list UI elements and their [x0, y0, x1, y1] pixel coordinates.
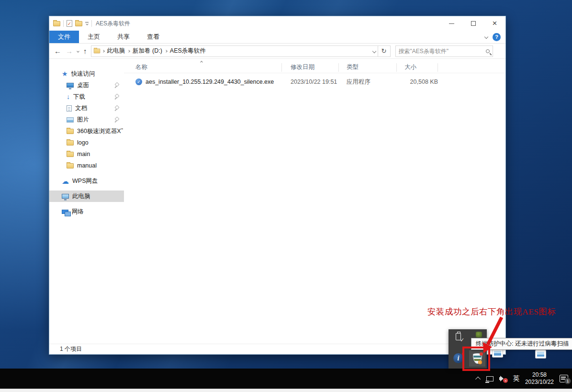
network-tray-icon[interactable]: [486, 376, 493, 381]
cloud-icon: ☁: [62, 178, 69, 185]
pictures-icon: [67, 117, 74, 123]
volume-muted-icon[interactable]: ×: [499, 375, 507, 382]
file-name: aes_installer_10.255.129.249_4430_silenc…: [146, 78, 274, 85]
annotation-arrow: [477, 315, 506, 359]
window-title: AES杀毒软件: [96, 20, 130, 28]
breadcrumb-arrow-icon: [165, 50, 168, 53]
screen-bottom-strip: [0, 389, 572, 392]
column-header-name[interactable]: 名称: [124, 63, 282, 72]
pin-icon: [113, 82, 119, 88]
separator: [63, 20, 64, 27]
column-header-date[interactable]: 修改日期: [282, 63, 339, 72]
new-folder-icon[interactable]: [75, 21, 82, 26]
sidebar-item-quick-access[interactable]: ★ 快速访问: [49, 68, 124, 79]
customize-qat-button[interactable]: [85, 22, 89, 25]
ribbon-tabs: 文件 主页 共享 查看 ?: [49, 31, 505, 44]
file-size: 20,508 KB: [397, 78, 438, 85]
clock[interactable]: 20:58 2023/10/22: [525, 371, 554, 386]
quick-access-toolbar: ✓: [49, 20, 92, 27]
recent-locations-icon[interactable]: [77, 50, 79, 53]
sidebar-item-this-pc[interactable]: 此电脑: [49, 190, 124, 202]
file-row[interactable]: ✓ aes_installer_10.255.129.249_4430_sile…: [124, 76, 505, 88]
breadcrumb-drive-d[interactable]: 新加卷 (D:): [133, 47, 162, 55]
clock-time: 20:58: [525, 371, 554, 379]
explorer-window: ✓ AES杀毒软件 × 文件 主页 共享 查看 ?: [49, 16, 506, 355]
info-tray-icon[interactable]: i: [453, 353, 463, 363]
chevron-down-icon: [86, 22, 89, 25]
folder-icon: [93, 49, 100, 54]
folder-icon: [67, 129, 74, 134]
search-icon[interactable]: [486, 49, 490, 53]
file-date: 2023/10/22 19:51: [282, 78, 339, 85]
column-headers: 名称 修改日期 类型 大小: [124, 62, 505, 73]
back-button[interactable]: ←: [54, 47, 61, 55]
sidebar-item-logo[interactable]: logo: [49, 137, 124, 148]
file-type: 应用程序: [339, 78, 397, 86]
ribbon-collapse-icon[interactable]: [484, 35, 488, 39]
forward-button[interactable]: →: [66, 47, 73, 55]
sidebar-item-pictures[interactable]: 图片: [49, 114, 124, 125]
column-header-type[interactable]: 类型: [339, 63, 397, 72]
file-list-pane: 名称 修改日期 类型 大小 ✓ aes_installer_10.255.129…: [124, 59, 505, 344]
sidebar-item-network[interactable]: 网络: [49, 206, 124, 217]
computer-icon: [62, 194, 69, 199]
installer-shield-icon: ✓: [135, 78, 142, 85]
network-icon: [62, 210, 68, 214]
pin-icon: [113, 105, 119, 111]
sidebar-item-desktop[interactable]: 桌面: [49, 79, 124, 91]
search-box[interactable]: [395, 45, 493, 57]
desktop-wallpaper: ✓ AES杀毒软件 × 文件 主页 共享 查看 ?: [0, 0, 572, 392]
sidebar-item-downloads[interactable]: ↓ 下载: [49, 91, 124, 102]
close-button[interactable]: ×: [484, 16, 505, 31]
document-icon: [67, 105, 72, 112]
properties-icon[interactable]: ✓: [67, 20, 72, 27]
address-dropdown-icon[interactable]: [372, 49, 376, 53]
usb-check-icon: ✓: [460, 337, 464, 343]
breadcrumb-arrow-icon: [102, 50, 105, 53]
tab-view[interactable]: 查看: [138, 31, 168, 43]
sidebar-item-main[interactable]: main: [49, 148, 124, 160]
search-input[interactable]: [399, 48, 486, 55]
navigation-bar: ← → ↑ 此电脑 新加卷 (D:) AES杀毒软件 ↻: [49, 44, 505, 59]
column-header-size[interactable]: 大小: [397, 63, 438, 72]
pin-icon: [113, 117, 119, 123]
maximize-icon: [471, 21, 476, 26]
download-icon: ↓: [67, 93, 70, 100]
sidebar-item-documents[interactable]: 文档: [49, 102, 124, 114]
star-icon: ★: [62, 70, 68, 77]
separator: [91, 20, 92, 27]
item-count: 1 个项目: [60, 345, 82, 353]
minimize-button[interactable]: [441, 16, 462, 31]
maximize-button[interactable]: [462, 16, 484, 31]
title-bar[interactable]: ✓ AES杀毒软件 ×: [49, 16, 505, 31]
pin-icon: [113, 94, 119, 100]
mute-badge: ×: [503, 378, 508, 383]
tab-home[interactable]: 主页: [79, 31, 109, 43]
desktop-icon: [67, 83, 74, 88]
minimize-icon: [449, 23, 454, 24]
action-center-icon[interactable]: 1: [560, 375, 568, 382]
breadcrumb-this-pc[interactable]: 此电脑: [107, 47, 125, 55]
tab-share[interactable]: 共享: [109, 31, 138, 43]
folder-icon: [67, 163, 74, 168]
status-bar: 1 个项目: [49, 344, 505, 354]
breadcrumb-arrow-icon: [127, 50, 130, 53]
folder-icon: [67, 152, 74, 157]
help-button[interactable]: ?: [493, 33, 501, 41]
ime-indicator[interactable]: 英: [513, 374, 519, 383]
photo-icon: [535, 350, 546, 358]
breadcrumb-current-folder[interactable]: AES杀毒软件: [170, 47, 206, 55]
folder-icon: [53, 21, 60, 26]
sidebar-item-manual[interactable]: manual: [49, 160, 124, 171]
tab-file[interactable]: 文件: [49, 31, 79, 43]
refresh-button[interactable]: ↻: [378, 45, 391, 57]
navigation-pane: ★ 快速访问 桌面 ↓ 下载 文档: [49, 59, 124, 344]
up-button[interactable]: ↑: [83, 47, 87, 55]
sidebar-item-360-downloads[interactable]: 360极速浏览器X下载: [49, 125, 124, 137]
sort-ascending-icon: [200, 61, 203, 64]
sidebar-item-wps-cloud[interactable]: ☁ WPS网盘: [49, 175, 124, 187]
folder-icon: [67, 140, 74, 146]
taskbar[interactable]: × 英 20:58 2023/10/22 1: [0, 369, 572, 389]
address-bar[interactable]: 此电脑 新加卷 (D:) AES杀毒软件: [91, 45, 378, 57]
tray-expand-icon[interactable]: [475, 377, 481, 382]
